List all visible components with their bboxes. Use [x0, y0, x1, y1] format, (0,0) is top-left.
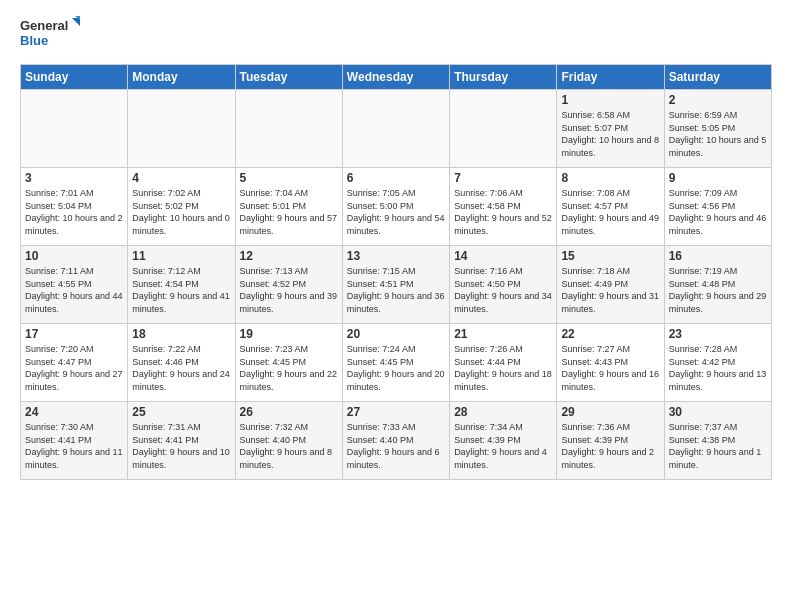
svg-text:Blue: Blue: [20, 33, 48, 48]
day-info: Sunrise: 7:04 AM Sunset: 5:01 PM Dayligh…: [240, 187, 338, 237]
weekday-header-sunday: Sunday: [21, 65, 128, 90]
day-number: 13: [347, 249, 445, 263]
day-cell: 4Sunrise: 7:02 AM Sunset: 5:02 PM Daylig…: [128, 168, 235, 246]
week-row-4: 17Sunrise: 7:20 AM Sunset: 4:47 PM Dayli…: [21, 324, 772, 402]
day-cell: 9Sunrise: 7:09 AM Sunset: 4:56 PM Daylig…: [664, 168, 771, 246]
day-number: 8: [561, 171, 659, 185]
day-cell: 21Sunrise: 7:26 AM Sunset: 4:44 PM Dayli…: [450, 324, 557, 402]
day-cell: 22Sunrise: 7:27 AM Sunset: 4:43 PM Dayli…: [557, 324, 664, 402]
day-info: Sunrise: 7:31 AM Sunset: 4:41 PM Dayligh…: [132, 421, 230, 471]
week-row-5: 24Sunrise: 7:30 AM Sunset: 4:41 PM Dayli…: [21, 402, 772, 480]
day-info: Sunrise: 7:37 AM Sunset: 4:38 PM Dayligh…: [669, 421, 767, 471]
week-row-1: 1Sunrise: 6:58 AM Sunset: 5:07 PM Daylig…: [21, 90, 772, 168]
day-cell: 25Sunrise: 7:31 AM Sunset: 4:41 PM Dayli…: [128, 402, 235, 480]
weekday-header-monday: Monday: [128, 65, 235, 90]
week-row-3: 10Sunrise: 7:11 AM Sunset: 4:55 PM Dayli…: [21, 246, 772, 324]
day-cell: 24Sunrise: 7:30 AM Sunset: 4:41 PM Dayli…: [21, 402, 128, 480]
day-info: Sunrise: 7:36 AM Sunset: 4:39 PM Dayligh…: [561, 421, 659, 471]
day-cell: [128, 90, 235, 168]
day-number: 23: [669, 327, 767, 341]
day-info: Sunrise: 7:34 AM Sunset: 4:39 PM Dayligh…: [454, 421, 552, 471]
day-number: 5: [240, 171, 338, 185]
day-number: 10: [25, 249, 123, 263]
day-cell: 26Sunrise: 7:32 AM Sunset: 4:40 PM Dayli…: [235, 402, 342, 480]
day-number: 4: [132, 171, 230, 185]
day-number: 7: [454, 171, 552, 185]
calendar-table: SundayMondayTuesdayWednesdayThursdayFrid…: [20, 64, 772, 480]
day-number: 17: [25, 327, 123, 341]
day-cell: 12Sunrise: 7:13 AM Sunset: 4:52 PM Dayli…: [235, 246, 342, 324]
day-cell: 11Sunrise: 7:12 AM Sunset: 4:54 PM Dayli…: [128, 246, 235, 324]
day-info: Sunrise: 7:09 AM Sunset: 4:56 PM Dayligh…: [669, 187, 767, 237]
day-cell: 17Sunrise: 7:20 AM Sunset: 4:47 PM Dayli…: [21, 324, 128, 402]
weekday-header-tuesday: Tuesday: [235, 65, 342, 90]
day-number: 14: [454, 249, 552, 263]
day-cell: 20Sunrise: 7:24 AM Sunset: 4:45 PM Dayli…: [342, 324, 449, 402]
day-number: 24: [25, 405, 123, 419]
day-number: 27: [347, 405, 445, 419]
day-number: 12: [240, 249, 338, 263]
day-cell: 15Sunrise: 7:18 AM Sunset: 4:49 PM Dayli…: [557, 246, 664, 324]
day-info: Sunrise: 7:08 AM Sunset: 4:57 PM Dayligh…: [561, 187, 659, 237]
day-number: 21: [454, 327, 552, 341]
day-cell: 3Sunrise: 7:01 AM Sunset: 5:04 PM Daylig…: [21, 168, 128, 246]
day-info: Sunrise: 7:15 AM Sunset: 4:51 PM Dayligh…: [347, 265, 445, 315]
day-info: Sunrise: 7:30 AM Sunset: 4:41 PM Dayligh…: [25, 421, 123, 471]
day-number: 29: [561, 405, 659, 419]
day-info: Sunrise: 7:33 AM Sunset: 4:40 PM Dayligh…: [347, 421, 445, 471]
day-cell: 29Sunrise: 7:36 AM Sunset: 4:39 PM Dayli…: [557, 402, 664, 480]
day-info: Sunrise: 7:06 AM Sunset: 4:58 PM Dayligh…: [454, 187, 552, 237]
weekday-header-wednesday: Wednesday: [342, 65, 449, 90]
day-cell: 30Sunrise: 7:37 AM Sunset: 4:38 PM Dayli…: [664, 402, 771, 480]
day-cell: 18Sunrise: 7:22 AM Sunset: 4:46 PM Dayli…: [128, 324, 235, 402]
week-row-2: 3Sunrise: 7:01 AM Sunset: 5:04 PM Daylig…: [21, 168, 772, 246]
day-info: Sunrise: 6:58 AM Sunset: 5:07 PM Dayligh…: [561, 109, 659, 159]
day-info: Sunrise: 7:27 AM Sunset: 4:43 PM Dayligh…: [561, 343, 659, 393]
day-info: Sunrise: 7:02 AM Sunset: 5:02 PM Dayligh…: [132, 187, 230, 237]
day-number: 19: [240, 327, 338, 341]
page: General Blue SundayMondayTuesdayWednesda…: [0, 0, 792, 490]
day-cell: 13Sunrise: 7:15 AM Sunset: 4:51 PM Dayli…: [342, 246, 449, 324]
day-number: 22: [561, 327, 659, 341]
logo: General Blue: [20, 16, 80, 54]
day-number: 3: [25, 171, 123, 185]
day-number: 28: [454, 405, 552, 419]
day-info: Sunrise: 6:59 AM Sunset: 5:05 PM Dayligh…: [669, 109, 767, 159]
day-cell: 28Sunrise: 7:34 AM Sunset: 4:39 PM Dayli…: [450, 402, 557, 480]
day-number: 18: [132, 327, 230, 341]
header-area: General Blue: [20, 16, 772, 54]
day-info: Sunrise: 7:32 AM Sunset: 4:40 PM Dayligh…: [240, 421, 338, 471]
svg-marker-2: [72, 18, 80, 26]
day-info: Sunrise: 7:13 AM Sunset: 4:52 PM Dayligh…: [240, 265, 338, 315]
day-cell: 6Sunrise: 7:05 AM Sunset: 5:00 PM Daylig…: [342, 168, 449, 246]
day-number: 26: [240, 405, 338, 419]
day-cell: 5Sunrise: 7:04 AM Sunset: 5:01 PM Daylig…: [235, 168, 342, 246]
day-info: Sunrise: 7:24 AM Sunset: 4:45 PM Dayligh…: [347, 343, 445, 393]
day-cell: 19Sunrise: 7:23 AM Sunset: 4:45 PM Dayli…: [235, 324, 342, 402]
svg-text:General: General: [20, 18, 68, 33]
weekday-header-friday: Friday: [557, 65, 664, 90]
day-cell: 27Sunrise: 7:33 AM Sunset: 4:40 PM Dayli…: [342, 402, 449, 480]
day-cell: 10Sunrise: 7:11 AM Sunset: 4:55 PM Dayli…: [21, 246, 128, 324]
weekday-header-thursday: Thursday: [450, 65, 557, 90]
day-info: Sunrise: 7:22 AM Sunset: 4:46 PM Dayligh…: [132, 343, 230, 393]
day-number: 6: [347, 171, 445, 185]
logo-svg: General Blue: [20, 16, 80, 54]
day-number: 25: [132, 405, 230, 419]
day-number: 16: [669, 249, 767, 263]
day-info: Sunrise: 7:26 AM Sunset: 4:44 PM Dayligh…: [454, 343, 552, 393]
day-cell: [342, 90, 449, 168]
day-cell: 1Sunrise: 6:58 AM Sunset: 5:07 PM Daylig…: [557, 90, 664, 168]
day-cell: [21, 90, 128, 168]
day-cell: 14Sunrise: 7:16 AM Sunset: 4:50 PM Dayli…: [450, 246, 557, 324]
day-cell: [235, 90, 342, 168]
day-info: Sunrise: 7:01 AM Sunset: 5:04 PM Dayligh…: [25, 187, 123, 237]
day-info: Sunrise: 7:05 AM Sunset: 5:00 PM Dayligh…: [347, 187, 445, 237]
day-info: Sunrise: 7:19 AM Sunset: 4:48 PM Dayligh…: [669, 265, 767, 315]
day-info: Sunrise: 7:20 AM Sunset: 4:47 PM Dayligh…: [25, 343, 123, 393]
weekday-header-row: SundayMondayTuesdayWednesdayThursdayFrid…: [21, 65, 772, 90]
day-cell: [450, 90, 557, 168]
day-number: 30: [669, 405, 767, 419]
day-cell: 7Sunrise: 7:06 AM Sunset: 4:58 PM Daylig…: [450, 168, 557, 246]
day-info: Sunrise: 7:23 AM Sunset: 4:45 PM Dayligh…: [240, 343, 338, 393]
